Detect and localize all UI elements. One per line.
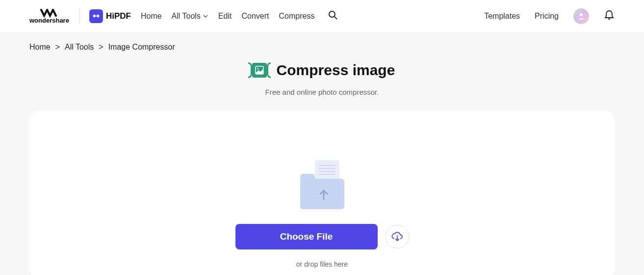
bell-icon bbox=[604, 10, 615, 21]
chevron-down-icon bbox=[203, 13, 208, 19]
breadcrumb-sep: > bbox=[99, 43, 103, 52]
hipdf-text: HiPDF bbox=[106, 11, 131, 21]
breadcrumb-sep: > bbox=[55, 43, 60, 52]
app-header: wondershare HiPDF Home All Tools Edit Co… bbox=[0, 0, 644, 33]
title-section: Compress image Free and online photo com… bbox=[0, 61, 644, 96]
choose-file-button[interactable]: Choose File bbox=[235, 224, 378, 249]
breadcrumb-all-tools[interactable]: All Tools bbox=[65, 43, 94, 52]
svg-point-6 bbox=[257, 68, 258, 70]
nav-compress[interactable]: Compress bbox=[279, 12, 315, 21]
svg-rect-0 bbox=[93, 14, 96, 18]
wondershare-logo[interactable]: wondershare bbox=[29, 9, 69, 24]
main-nav: Home All Tools Edit Convert Compress bbox=[141, 10, 338, 22]
hipdf-icon bbox=[89, 9, 103, 23]
cloud-upload-button[interactable] bbox=[386, 225, 409, 248]
search-button[interactable] bbox=[328, 10, 338, 22]
svg-rect-1 bbox=[96, 14, 100, 18]
divider bbox=[79, 9, 79, 24]
search-icon bbox=[328, 10, 338, 20]
cloud-download-icon bbox=[391, 231, 403, 243]
breadcrumb-current: Image Compressor bbox=[108, 43, 175, 52]
page-subtitle: Free and online photo compressor. bbox=[0, 88, 644, 96]
svg-point-2 bbox=[329, 11, 335, 17]
user-avatar[interactable] bbox=[573, 8, 589, 24]
wondershare-text: wondershare bbox=[29, 17, 69, 24]
svg-point-4 bbox=[580, 13, 583, 16]
compress-image-icon bbox=[249, 61, 270, 79]
breadcrumb: Home > All Tools > Image Compressor bbox=[0, 33, 644, 56]
upload-actions: Choose File bbox=[29, 224, 615, 249]
nav-edit[interactable]: Edit bbox=[218, 12, 232, 21]
page-title: Compress image bbox=[277, 62, 395, 79]
drop-files-text: or drop files here bbox=[29, 260, 615, 268]
nav-templates[interactable]: Templates bbox=[484, 12, 520, 21]
upload-card: Choose File or drop files here bbox=[29, 111, 615, 275]
nav-all-tools-label: All Tools bbox=[172, 12, 201, 21]
nav-all-tools[interactable]: All Tools bbox=[172, 12, 208, 21]
notifications-button[interactable] bbox=[604, 10, 615, 23]
hipdf-logo[interactable]: HiPDF bbox=[89, 9, 131, 23]
right-nav: Templates Pricing bbox=[484, 8, 615, 24]
user-icon bbox=[577, 12, 585, 20]
nav-pricing[interactable]: Pricing bbox=[535, 12, 559, 21]
breadcrumb-home[interactable]: Home bbox=[29, 43, 51, 52]
svg-line-3 bbox=[335, 17, 337, 19]
nav-convert[interactable]: Convert bbox=[241, 12, 269, 21]
upload-arrow-icon bbox=[318, 188, 329, 200]
nav-home[interactable]: Home bbox=[141, 12, 162, 21]
upload-illustration bbox=[298, 160, 347, 209]
